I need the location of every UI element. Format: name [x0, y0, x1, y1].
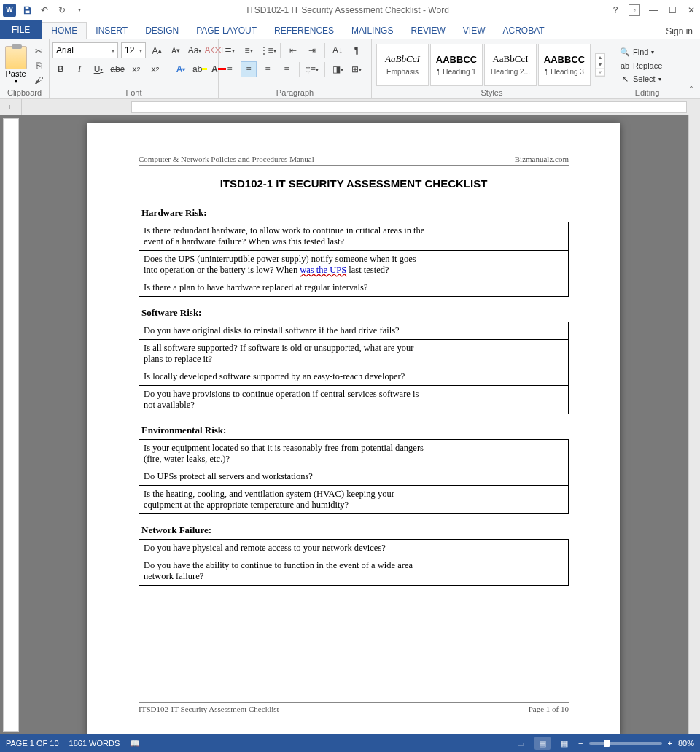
borders-icon[interactable]: ⊞▾: [349, 61, 365, 77]
numbering-icon[interactable]: ≡▾: [241, 42, 257, 58]
ruler-corner[interactable]: L: [0, 99, 22, 115]
collapse-ribbon-icon[interactable]: ˆ: [682, 39, 700, 98]
copy-icon[interactable]: ⎘: [31, 59, 46, 72]
bold-button[interactable]: B: [52, 61, 69, 77]
style-item[interactable]: AaBbCcIHeading 2...: [484, 44, 537, 86]
status-page[interactable]: PAGE 1 OF 10: [6, 739, 59, 748]
style-item[interactable]: AABBCC¶ Heading 3: [538, 44, 591, 86]
answer-cell[interactable]: [438, 279, 569, 297]
font-name-combo[interactable]: Arial▾: [52, 42, 118, 58]
question-cell[interactable]: Do you have original disks to reinstall …: [139, 322, 438, 340]
question-cell[interactable]: Is locally developed software supported …: [139, 368, 438, 386]
cut-icon[interactable]: ✂: [31, 44, 46, 58]
tab-home[interactable]: HOME: [42, 22, 87, 39]
styles-gallery-scroll[interactable]: ▴▾▿: [595, 53, 605, 77]
font-size-combo[interactable]: 12▾: [121, 42, 146, 58]
answer-cell[interactable]: [438, 340, 569, 368]
question-cell[interactable]: Do you have the ability to continue to f…: [139, 557, 438, 586]
print-layout-icon[interactable]: ▤: [534, 737, 551, 750]
close-icon[interactable]: ✕: [685, 4, 697, 16]
answer-cell[interactable]: [438, 540, 569, 557]
read-mode-icon[interactable]: ▭: [513, 737, 529, 750]
answer-cell[interactable]: [438, 468, 569, 486]
horizontal-ruler[interactable]: [131, 101, 687, 113]
vertical-scrollbar[interactable]: [688, 115, 700, 734]
minimize-icon[interactable]: —: [648, 4, 659, 16]
decrease-indent-icon[interactable]: ⇤: [285, 42, 301, 58]
line-spacing-icon[interactable]: ‡≡▾: [304, 61, 320, 77]
replace-button[interactable]: abReplace: [615, 60, 666, 71]
help-icon[interactable]: ?: [610, 4, 621, 16]
tab-insert[interactable]: INSERT: [87, 23, 136, 39]
page-scroll[interactable]: Computer & Network Policies and Procedur…: [19, 115, 688, 734]
find-button[interactable]: 🔍Find▾: [615, 46, 666, 58]
increase-indent-icon[interactable]: ⇥: [304, 42, 320, 58]
shrink-font-icon[interactable]: A▾: [168, 42, 184, 58]
justify-icon[interactable]: ≡: [279, 61, 295, 77]
answer-cell[interactable]: [438, 251, 569, 279]
question-cell[interactable]: Is there redundant hardware, to allow wo…: [139, 222, 438, 251]
italic-button[interactable]: I: [71, 61, 88, 77]
bullets-icon[interactable]: ≣▾: [222, 42, 238, 58]
align-right-icon[interactable]: ≡: [260, 61, 276, 77]
answer-cell[interactable]: [438, 368, 569, 386]
question-cell[interactable]: Is there a plan to have hardware replace…: [139, 279, 438, 297]
proofing-icon[interactable]: 📖: [130, 739, 140, 748]
zoom-out-icon[interactable]: −: [578, 739, 583, 748]
undo-icon[interactable]: ↶: [38, 4, 51, 17]
subscript-button[interactable]: x2: [128, 61, 144, 77]
zoom-slider[interactable]: [589, 742, 662, 745]
highlight-color-icon[interactable]: ab: [192, 61, 208, 77]
tab-review[interactable]: REVIEW: [402, 23, 454, 39]
question-cell[interactable]: Is your equipment located so that it is …: [139, 440, 438, 468]
question-cell[interactable]: Is the heating, cooling, and ventilation…: [139, 486, 438, 514]
tab-mailings[interactable]: MAILINGS: [343, 23, 402, 39]
tab-view[interactable]: VIEW: [454, 23, 494, 39]
tab-acrobat[interactable]: ACROBAT: [494, 23, 553, 39]
show-marks-icon[interactable]: ¶: [349, 42, 365, 58]
zoom-level[interactable]: 80%: [678, 739, 694, 748]
status-words[interactable]: 1861 WORDS: [69, 739, 120, 748]
sign-in-link[interactable]: Sign in: [658, 23, 700, 39]
style-item[interactable]: AaBbCcIEmphasis: [376, 44, 429, 86]
multilevel-list-icon[interactable]: ⋮≡▾: [260, 42, 276, 58]
align-center-icon[interactable]: ≡: [241, 61, 257, 77]
tab-references[interactable]: REFERENCES: [265, 23, 343, 39]
answer-cell[interactable]: [438, 440, 569, 468]
save-icon[interactable]: [20, 4, 34, 17]
ribbon-display-icon[interactable]: ▫: [629, 4, 640, 16]
text-effects-icon[interactable]: A▾: [173, 61, 189, 77]
styles-gallery[interactable]: AaBbCcIEmphasisAABBCC¶ Heading 1AaBbCcIH…: [375, 42, 592, 88]
strikethrough-button[interactable]: abc: [109, 61, 125, 77]
question-cell[interactable]: Does the UPS (uninterruptible power supp…: [139, 251, 438, 279]
question-cell[interactable]: Is all software supported? If software i…: [139, 340, 438, 368]
grow-font-icon[interactable]: A▴: [149, 42, 165, 58]
question-cell[interactable]: Do you have provisions to continue opera…: [139, 386, 438, 414]
redo-icon[interactable]: ↻: [55, 4, 69, 17]
answer-cell[interactable]: [438, 386, 569, 414]
answer-cell[interactable]: [438, 486, 569, 514]
underline-button[interactable]: U▾: [90, 61, 106, 77]
paste-button[interactable]: Paste ▾: [3, 44, 28, 85]
answer-cell[interactable]: [438, 222, 569, 251]
tab-file[interactable]: FILE: [0, 20, 42, 39]
web-layout-icon[interactable]: ▦: [556, 737, 572, 750]
question-cell[interactable]: Do you have physical and remote access t…: [139, 540, 438, 557]
change-case-icon[interactable]: Aa▾: [187, 42, 203, 58]
format-painter-icon[interactable]: 🖌: [31, 74, 46, 87]
select-button[interactable]: ↖Select▾: [615, 73, 666, 85]
zoom-in-icon[interactable]: +: [668, 739, 672, 748]
maximize-icon[interactable]: ☐: [666, 4, 678, 16]
tab-page-layout[interactable]: PAGE LAYOUT: [187, 23, 265, 39]
answer-cell[interactable]: [438, 557, 569, 586]
vertical-ruler[interactable]: [3, 118, 19, 732]
align-left-icon[interactable]: ≡: [222, 61, 238, 77]
answer-cell[interactable]: [438, 322, 569, 340]
tab-design[interactable]: DESIGN: [136, 23, 187, 39]
sort-icon[interactable]: A↓: [330, 42, 346, 58]
style-item[interactable]: AABBCC¶ Heading 1: [430, 44, 483, 86]
question-cell[interactable]: Do UPSs protect all servers and workstat…: [139, 468, 438, 486]
shading-icon[interactable]: ◨▾: [330, 61, 346, 77]
qat-customize-icon[interactable]: ▾: [73, 4, 86, 17]
superscript-button[interactable]: x2: [147, 61, 163, 77]
